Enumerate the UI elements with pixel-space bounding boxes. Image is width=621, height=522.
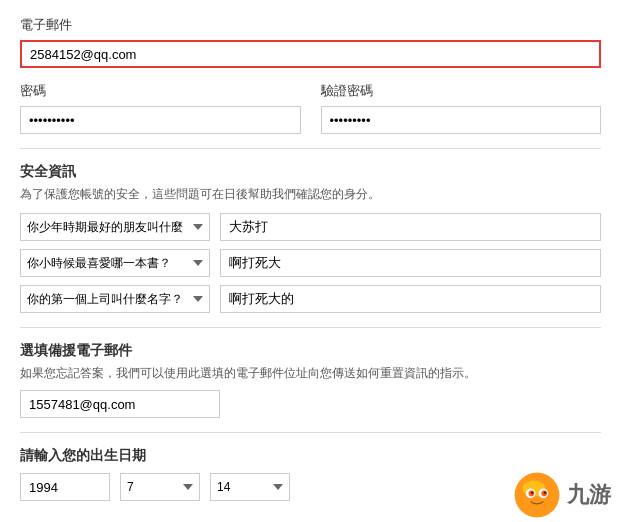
confirm-label: 驗證密碼: [321, 82, 602, 100]
security-title: 安全資訊: [20, 163, 601, 181]
question1-select[interactable]: 你少年時期最好的朋友叫什麼: [20, 213, 210, 241]
birth-month-select[interactable]: 7: [120, 473, 200, 501]
security-desc: 為了保護您帳號的安全，這些問題可在日後幫助我們確認您的身分。: [20, 185, 601, 203]
backup-input-wrap: [20, 390, 220, 418]
security-row-1: 你少年時期最好的朋友叫什麼: [20, 213, 601, 241]
watermark-text: 九游: [567, 480, 611, 510]
watermark: 九游: [513, 471, 611, 519]
email-label: 電子郵件: [20, 16, 601, 34]
question2-select[interactable]: 你小時候最喜愛哪一本書？: [20, 249, 210, 277]
backup-email-input[interactable]: [20, 390, 220, 418]
birth-year-input[interactable]: [20, 473, 110, 501]
password-label: 密碼: [20, 82, 301, 100]
confirm-input[interactable]: [321, 106, 602, 134]
backup-email-title: 選填備援電子郵件: [20, 342, 601, 360]
password-col: 密碼: [20, 82, 301, 134]
divider-2: [20, 327, 601, 328]
email-section: 電子郵件: [20, 16, 601, 68]
svg-point-6: [531, 491, 533, 493]
answer2-input[interactable]: [220, 249, 601, 277]
backup-email-section: 選填備援電子郵件 如果您忘記答案，我們可以使用此選填的電子郵件位址向您傳送如何重…: [20, 342, 601, 418]
backup-email-desc: 如果您忘記答案，我們可以使用此選填的電子郵件位址向您傳送如何重置資訊的指示。: [20, 364, 601, 382]
security-row-3: 你的第一個上司叫什麼名字？: [20, 285, 601, 313]
svg-point-7: [544, 491, 546, 493]
security-section: 安全資訊 為了保護您帳號的安全，這些問題可在日後幫助我們確認您的身分。 你少年時…: [20, 163, 601, 313]
password-input[interactable]: [20, 106, 301, 134]
divider-1: [20, 148, 601, 149]
confirm-col: 驗證密碼: [321, 82, 602, 134]
email-input[interactable]: [20, 40, 601, 68]
jiuyou-logo-icon: [513, 471, 561, 519]
question3-select[interactable]: 你的第一個上司叫什麼名字？: [20, 285, 210, 313]
birthday-title: 請輸入您的出生日期: [20, 447, 601, 465]
answer3-input[interactable]: [220, 285, 601, 313]
password-section: 密碼 驗證密碼: [20, 82, 601, 134]
security-row-2: 你小時候最喜愛哪一本書？: [20, 249, 601, 277]
answer1-input[interactable]: [220, 213, 601, 241]
birth-day-select[interactable]: 14: [210, 473, 290, 501]
divider-3: [20, 432, 601, 433]
